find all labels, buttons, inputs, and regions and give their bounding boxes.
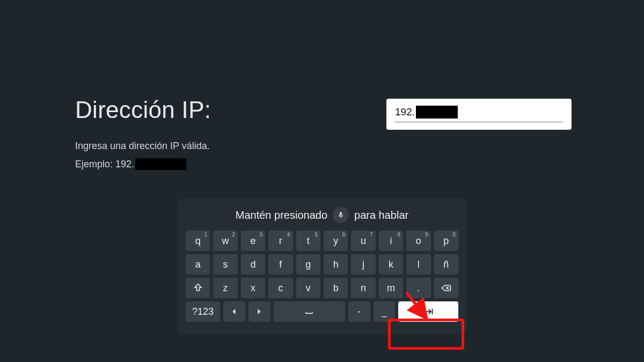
key-c[interactable]: c [268, 278, 292, 298]
keyboard-row-4: ?123 - _ [186, 301, 458, 322]
keyboard-row-1: qwertyuiop [186, 231, 458, 251]
cursor-left-key[interactable] [223, 301, 245, 322]
shift-key[interactable] [186, 278, 210, 298]
voice-hint: Mantén presionado para hablar [186, 207, 458, 223]
key-k[interactable]: k [379, 254, 403, 275]
key-z[interactable]: z [213, 278, 237, 298]
cursor-right-key[interactable] [248, 301, 270, 322]
key-l[interactable]: l [406, 254, 430, 275]
key-d[interactable]: d [241, 254, 265, 275]
redacted-input [416, 106, 458, 119]
mic-icon[interactable] [333, 207, 349, 223]
key-y[interactable]: y [324, 231, 348, 251]
key-hyphen[interactable]: - [348, 301, 370, 322]
key-i[interactable]: i [379, 231, 403, 251]
key-p[interactable]: p [434, 231, 458, 251]
key-h[interactable]: h [324, 254, 348, 275]
key-r[interactable]: r [268, 231, 292, 251]
redacted-example [135, 158, 186, 170]
page-title: Dirección IP: [75, 97, 211, 123]
key-f[interactable]: f [268, 254, 292, 275]
ip-input-value: 192. [395, 106, 458, 119]
key-m[interactable]: m [379, 278, 403, 298]
key-g[interactable]: g [296, 254, 320, 275]
key-period[interactable]: . [406, 278, 430, 298]
key-b[interactable]: b [324, 278, 348, 298]
backspace-key[interactable] [434, 278, 458, 298]
key-v[interactable]: v [296, 278, 320, 298]
key-q[interactable]: q [186, 231, 210, 251]
numbers-key[interactable]: ?123 [186, 301, 220, 322]
key-e[interactable]: e [241, 231, 265, 251]
key-a[interactable]: a [186, 254, 210, 275]
onscreen-keyboard: Mantén presionado para hablar qwertyuiop… [177, 198, 467, 335]
input-underline [395, 122, 563, 122]
key-ñ[interactable]: ñ [434, 254, 458, 275]
keyboard-row-2: asdfghjklñ [186, 254, 458, 275]
key-s[interactable]: s [213, 254, 237, 275]
space-key[interactable] [274, 301, 345, 322]
key-w[interactable]: w [213, 231, 237, 251]
example-text: Ejemplo: 192. [75, 158, 186, 170]
enter-key[interactable] [398, 301, 458, 322]
key-t[interactable]: t [296, 231, 320, 251]
key-n[interactable]: n [351, 278, 375, 298]
key-x[interactable]: x [241, 278, 265, 298]
ip-input[interactable]: 192. [386, 99, 572, 130]
key-underscore[interactable]: _ [374, 301, 396, 322]
key-o[interactable]: o [406, 231, 430, 251]
key-u[interactable]: u [351, 231, 375, 251]
ip-input-visible-prefix: 192. [395, 106, 415, 118]
example-prefix: Ejemplo: 192. [75, 159, 134, 170]
key-j[interactable]: j [351, 254, 375, 275]
hint-text: Ingresa una dirección IP válida. [75, 141, 210, 152]
voice-hint-before: Mantén presionado [236, 209, 327, 221]
keyboard-row-3: zxcvbnm . [186, 278, 458, 298]
voice-hint-after: para hablar [354, 209, 408, 221]
